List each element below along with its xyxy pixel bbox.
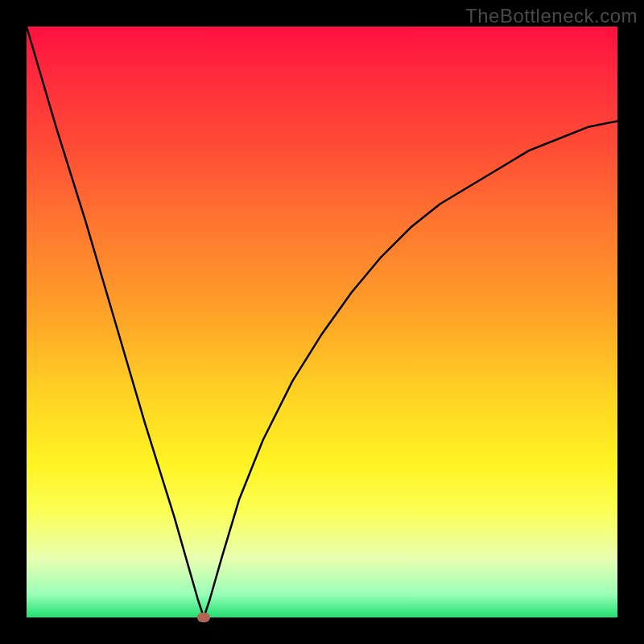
cusp-marker — [197, 613, 210, 622]
plot-area — [27, 27, 617, 617]
chart-frame: TheBottleneck.com — [0, 0, 644, 644]
bottleneck-curve — [27, 27, 617, 617]
watermark-text: TheBottleneck.com — [465, 5, 638, 27]
